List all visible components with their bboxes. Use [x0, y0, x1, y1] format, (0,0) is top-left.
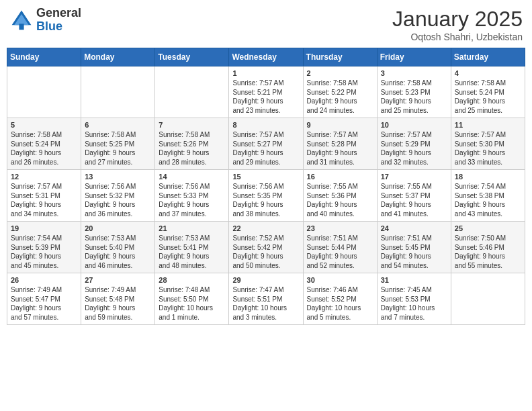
day-number: 6	[85, 121, 151, 129]
calendar-cell: 22Sunrise: 7:52 AM Sunset: 5:42 PM Dayli…	[229, 222, 303, 273]
day-info: Sunrise: 7:57 AM Sunset: 5:28 PM Dayligh…	[307, 130, 373, 167]
calendar-cell: 23Sunrise: 7:51 AM Sunset: 5:44 PM Dayli…	[303, 222, 377, 273]
day-number: 30	[307, 276, 373, 284]
page-header: General Blue January 2025 Oqtosh Shahri,…	[7, 7, 525, 42]
day-info: Sunrise: 7:51 AM Sunset: 5:45 PM Dayligh…	[381, 234, 447, 270]
calendar-cell: 20Sunrise: 7:53 AM Sunset: 5:40 PM Dayli…	[81, 222, 155, 273]
day-number: 21	[159, 224, 225, 232]
day-number: 1	[232, 69, 299, 77]
calendar-week-row: 12Sunrise: 7:57 AM Sunset: 5:31 PM Dayli…	[7, 170, 525, 222]
day-info: Sunrise: 7:57 AM Sunset: 5:30 PM Dayligh…	[455, 130, 521, 167]
calendar-cell: 5Sunrise: 7:58 AM Sunset: 5:24 PM Daylig…	[7, 118, 81, 170]
calendar-cell	[81, 66, 155, 118]
calendar-header-wednesday: Wednesday	[229, 48, 303, 66]
logo-general-text: General	[36, 6, 81, 19]
day-number: 18	[455, 173, 521, 181]
day-info: Sunrise: 7:50 AM Sunset: 5:46 PM Dayligh…	[455, 234, 521, 270]
calendar-cell: 7Sunrise: 7:58 AM Sunset: 5:26 PM Daylig…	[155, 118, 229, 170]
day-info: Sunrise: 7:58 AM Sunset: 5:23 PM Dayligh…	[381, 79, 447, 115]
day-info: Sunrise: 7:55 AM Sunset: 5:36 PM Dayligh…	[307, 182, 373, 218]
day-info: Sunrise: 7:49 AM Sunset: 5:48 PM Dayligh…	[85, 285, 151, 322]
day-number: 12	[11, 173, 77, 181]
day-info: Sunrise: 7:58 AM Sunset: 5:25 PM Dayligh…	[85, 130, 151, 167]
calendar-header-sunday: Sunday	[7, 48, 81, 66]
calendar-cell: 16Sunrise: 7:55 AM Sunset: 5:36 PM Dayli…	[303, 170, 377, 222]
day-number: 7	[159, 121, 225, 129]
calendar-cell: 6Sunrise: 7:58 AM Sunset: 5:25 PM Daylig…	[81, 118, 155, 170]
day-info: Sunrise: 7:58 AM Sunset: 5:24 PM Dayligh…	[455, 79, 521, 115]
calendar-cell: 19Sunrise: 7:54 AM Sunset: 5:39 PM Dayli…	[7, 222, 81, 273]
location-title: Oqtosh Shahri, Uzbekistan	[392, 32, 523, 42]
calendar-cell: 10Sunrise: 7:57 AM Sunset: 5:29 PM Dayli…	[377, 118, 451, 170]
day-info: Sunrise: 7:58 AM Sunset: 5:24 PM Dayligh…	[11, 130, 77, 167]
day-number: 9	[307, 121, 373, 129]
calendar-cell: 31Sunrise: 7:45 AM Sunset: 5:53 PM Dayli…	[377, 273, 451, 325]
day-number: 17	[381, 173, 447, 181]
day-info: Sunrise: 7:58 AM Sunset: 5:26 PM Dayligh…	[159, 130, 225, 167]
calendar-cell: 8Sunrise: 7:57 AM Sunset: 5:27 PM Daylig…	[229, 118, 303, 170]
calendar-table: SundayMondayTuesdayWednesdayThursdayFrid…	[7, 48, 525, 325]
day-number: 14	[159, 173, 225, 181]
calendar-cell: 2Sunrise: 7:58 AM Sunset: 5:22 PM Daylig…	[303, 66, 377, 118]
day-number: 28	[159, 276, 225, 284]
calendar-cell: 11Sunrise: 7:57 AM Sunset: 5:30 PM Dayli…	[451, 118, 525, 170]
svg-rect-2	[19, 24, 24, 30]
day-info: Sunrise: 7:54 AM Sunset: 5:39 PM Dayligh…	[11, 234, 77, 270]
day-number: 19	[11, 224, 77, 232]
day-number: 26	[11, 276, 77, 284]
day-number: 29	[232, 276, 299, 284]
calendar-cell: 25Sunrise: 7:50 AM Sunset: 5:46 PM Dayli…	[451, 222, 525, 273]
day-number: 31	[381, 276, 447, 284]
calendar-header-saturday: Saturday	[451, 48, 525, 66]
day-number: 4	[455, 69, 521, 77]
calendar-header-monday: Monday	[81, 48, 155, 66]
day-info: Sunrise: 7:47 AM Sunset: 5:51 PM Dayligh…	[232, 285, 299, 322]
calendar-cell: 27Sunrise: 7:49 AM Sunset: 5:48 PM Dayli…	[81, 273, 155, 325]
calendar-cell: 14Sunrise: 7:56 AM Sunset: 5:33 PM Dayli…	[155, 170, 229, 222]
day-info: Sunrise: 7:55 AM Sunset: 5:37 PM Dayligh…	[381, 182, 447, 218]
day-number: 16	[307, 173, 373, 181]
day-info: Sunrise: 7:52 AM Sunset: 5:42 PM Dayligh…	[232, 234, 299, 270]
calendar-cell: 13Sunrise: 7:56 AM Sunset: 5:32 PM Dayli…	[81, 170, 155, 222]
calendar-cell	[451, 273, 525, 325]
day-info: Sunrise: 7:54 AM Sunset: 5:38 PM Dayligh…	[455, 182, 521, 218]
day-info: Sunrise: 7:57 AM Sunset: 5:31 PM Dayligh…	[11, 182, 77, 218]
day-info: Sunrise: 7:57 AM Sunset: 5:21 PM Dayligh…	[232, 79, 299, 115]
logo-icon	[9, 8, 34, 32]
day-info: Sunrise: 7:57 AM Sunset: 5:27 PM Dayligh…	[232, 130, 299, 167]
calendar-cell	[155, 66, 229, 118]
day-info: Sunrise: 7:49 AM Sunset: 5:47 PM Dayligh…	[11, 285, 77, 322]
calendar-cell: 15Sunrise: 7:56 AM Sunset: 5:35 PM Dayli…	[229, 170, 303, 222]
day-number: 13	[85, 173, 151, 181]
calendar-header-row: SundayMondayTuesdayWednesdayThursdayFrid…	[7, 48, 525, 66]
day-info: Sunrise: 7:48 AM Sunset: 5:50 PM Dayligh…	[159, 285, 225, 322]
day-number: 20	[85, 224, 151, 232]
day-number: 8	[232, 121, 299, 129]
day-number: 11	[455, 121, 521, 129]
day-info: Sunrise: 7:53 AM Sunset: 5:41 PM Dayligh…	[159, 234, 225, 270]
day-number: 2	[307, 69, 373, 77]
calendar-cell: 21Sunrise: 7:53 AM Sunset: 5:41 PM Dayli…	[155, 222, 229, 273]
month-title: January 2025	[392, 7, 523, 32]
logo-blue-text: Blue	[36, 19, 62, 33]
day-info: Sunrise: 7:58 AM Sunset: 5:22 PM Dayligh…	[307, 79, 373, 115]
calendar-cell: 28Sunrise: 7:48 AM Sunset: 5:50 PM Dayli…	[155, 273, 229, 325]
calendar-cell: 4Sunrise: 7:58 AM Sunset: 5:24 PM Daylig…	[451, 66, 525, 118]
day-info: Sunrise: 7:57 AM Sunset: 5:29 PM Dayligh…	[381, 130, 447, 167]
day-info: Sunrise: 7:56 AM Sunset: 5:35 PM Dayligh…	[232, 182, 299, 218]
calendar-cell: 3Sunrise: 7:58 AM Sunset: 5:23 PM Daylig…	[377, 66, 451, 118]
day-info: Sunrise: 7:56 AM Sunset: 5:32 PM Dayligh…	[85, 182, 151, 218]
day-info: Sunrise: 7:46 AM Sunset: 5:52 PM Dayligh…	[307, 285, 373, 322]
calendar-cell: 17Sunrise: 7:55 AM Sunset: 5:37 PM Dayli…	[377, 170, 451, 222]
logo: General Blue	[9, 7, 81, 34]
title-block: January 2025 Oqtosh Shahri, Uzbekistan	[392, 7, 523, 42]
day-number: 27	[85, 276, 151, 284]
calendar-header-tuesday: Tuesday	[155, 48, 229, 66]
day-number: 25	[455, 224, 521, 232]
day-info: Sunrise: 7:53 AM Sunset: 5:40 PM Dayligh…	[85, 234, 151, 270]
calendar-cell: 26Sunrise: 7:49 AM Sunset: 5:47 PM Dayli…	[7, 273, 81, 325]
calendar-cell: 12Sunrise: 7:57 AM Sunset: 5:31 PM Dayli…	[7, 170, 81, 222]
calendar-cell: 18Sunrise: 7:54 AM Sunset: 5:38 PM Dayli…	[451, 170, 525, 222]
calendar-week-row: 5Sunrise: 7:58 AM Sunset: 5:24 PM Daylig…	[7, 118, 525, 170]
calendar-week-row: 26Sunrise: 7:49 AM Sunset: 5:47 PM Dayli…	[7, 273, 525, 325]
